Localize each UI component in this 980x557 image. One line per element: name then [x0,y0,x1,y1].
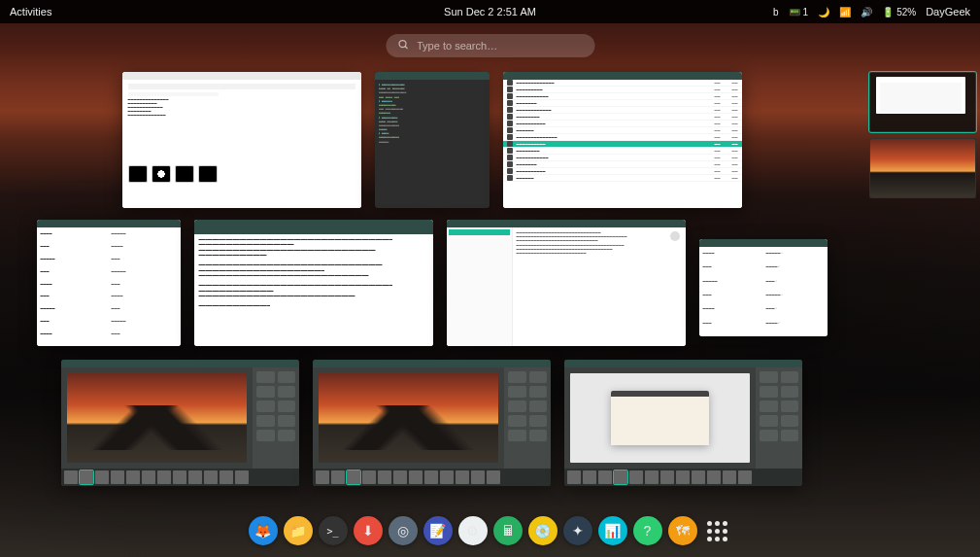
show-applications-button[interactable] [703,516,732,545]
dock-app-chromium[interactable]: ◎ [389,516,418,545]
window-settings-b[interactable]: ▬▬▬▬▬▬▬▬▬ ○ ▬▬▬▬▬▬▬ ○ ▬▬▬▬▬▬▬▬ ○ ▬▬▬▬▬▬▬… [699,239,828,336]
dock-app-files[interactable]: 📁 [284,516,313,545]
search-input[interactable] [417,40,583,52]
volume-icon[interactable]: 🔊 [861,7,872,17]
search-icon [397,37,409,54]
workspace-1[interactable] [869,72,976,132]
window-text-editor[interactable]: ▬▬▬▬▬▬▬▬▬▬▬▬▬▬▬▬▬▬▬▬▬▬▬▬▬▬▬▬▬▬▬▬▬▬▬▬▬▬▬▬… [194,220,433,346]
overview-search[interactable] [386,34,594,57]
svg-line-1 [405,47,408,50]
dock-app-software[interactable]: ⬇ [354,516,383,545]
svg-point-0 [399,41,406,48]
dock-app-text-editor[interactable]: 📝 [423,516,453,545]
dock-app-maps[interactable]: 🗺 [668,516,697,545]
dock-app-terminal[interactable]: >_ [319,516,348,545]
dock-app-calc[interactable]: 🖩 [493,516,523,545]
network-icon[interactable]: 📶 [839,7,851,17]
battery-icon[interactable]: 🔋 52% [882,7,916,17]
dock-app-screenshot[interactable]: ✦ [563,516,592,545]
dock-app-firefox[interactable]: 🦊 [249,516,278,545]
window-mail[interactable]: ▬▬▬▬▬▬▬▬▬▬▬▬▬▬▬▬▬▬▬▬▬▬▬▬▬▬▬▬▬ ▬▬▬▬▬▬▬▬▬▬… [447,220,686,346]
dock-app-monitor[interactable]: 📊 [598,516,627,545]
system-tray: b 📟 1 🌙 📶 🔊 🔋 52% DayGeek [773,6,970,17]
window-image-editor-2[interactable] [313,360,551,486]
window-browser[interactable]: ▬▬▬▬▬▬▬▬▬▬▬▬▬▬▬▬▬▬▬▬▬▬▬▬▬▬▬▬▬▬▬▬▬▬▬▬▬▬▬▬… [122,72,361,208]
bing-icon[interactable]: b [773,7,779,17]
dock-app-disk[interactable]: 💿 [528,516,558,545]
window-terminal[interactable]: $ ▬▬▬▬▬▬▬▬▬▬▬▬▬ ▬▬▬▬ ▬▬ ▬▬▬▬▬▬▬ ▬▬▬▬▬▬▬▬… [375,72,490,208]
workspace-switcher [869,72,976,198]
activities-button[interactable]: Activities [10,6,51,17]
top-panel: Activities Sun Dec 2 2:51 AM b 📟 1 🌙 📶 🔊… [0,0,980,23]
window-image-editor-3[interactable] [564,360,802,486]
temperature-indicator[interactable]: 📟 1 [789,7,809,17]
window-filemanager[interactable]: ▬▬▬▬▬▬▬▬▬▬▬▬▬▬▬▬▬ ▬▬▬▬▬▬▬▬▬▬▬▬▬ ▬▬▬▬▬▬▬▬… [503,72,742,208]
window-image-editor-1[interactable] [61,360,299,486]
clock[interactable]: Sun Dec 2 2:51 AM [444,6,536,17]
window-settings-a[interactable]: ▬▬▬▬▬▬▬▬▬ ▬▬▬▬▬▬▬ ▬▬▬▬▬▬▬▬ ▬▬▬▬▬▬▬▬ ▬▬▬▬… [37,220,181,346]
night-light-icon[interactable]: 🌙 [818,7,829,17]
dash: 🦊📁>_⬇◎📝⚙🖩💿✦📊?🗺 [241,512,740,549]
dock-app-help[interactable]: ? [633,516,662,545]
workspace-2[interactable] [869,138,976,198]
dock-app-tweaks[interactable]: ⚙ [458,516,488,545]
user-menu[interactable]: DayGeek [926,6,970,17]
window-overview: ▬▬▬▬▬▬▬▬▬▬▬▬▬▬▬▬▬▬▬▬▬▬▬▬▬▬▬▬▬▬▬▬▬▬▬▬▬▬▬▬… [0,72,863,489]
